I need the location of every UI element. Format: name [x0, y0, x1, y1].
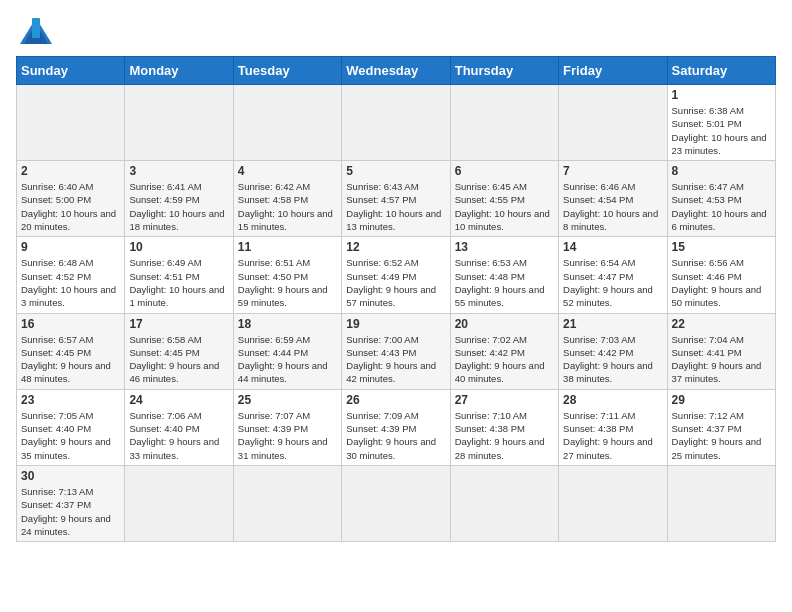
- day-cell: [233, 85, 341, 161]
- day-info: Sunrise: 6:45 AM Sunset: 4:55 PM Dayligh…: [455, 180, 554, 233]
- day-cell: 21Sunrise: 7:03 AM Sunset: 4:42 PM Dayli…: [559, 313, 667, 389]
- logo: [16, 16, 54, 46]
- day-info: Sunrise: 7:04 AM Sunset: 4:41 PM Dayligh…: [672, 333, 771, 386]
- day-info: Sunrise: 7:10 AM Sunset: 4:38 PM Dayligh…: [455, 409, 554, 462]
- day-info: Sunrise: 6:41 AM Sunset: 4:59 PM Dayligh…: [129, 180, 228, 233]
- day-cell: 12Sunrise: 6:52 AM Sunset: 4:49 PM Dayli…: [342, 237, 450, 313]
- day-cell: 26Sunrise: 7:09 AM Sunset: 4:39 PM Dayli…: [342, 389, 450, 465]
- day-info: Sunrise: 7:11 AM Sunset: 4:38 PM Dayligh…: [563, 409, 662, 462]
- day-cell: 19Sunrise: 7:00 AM Sunset: 4:43 PM Dayli…: [342, 313, 450, 389]
- day-number: 1: [672, 88, 771, 102]
- day-cell: 15Sunrise: 6:56 AM Sunset: 4:46 PM Dayli…: [667, 237, 775, 313]
- day-number: 10: [129, 240, 228, 254]
- day-info: Sunrise: 6:49 AM Sunset: 4:51 PM Dayligh…: [129, 256, 228, 309]
- day-cell: 8Sunrise: 6:47 AM Sunset: 4:53 PM Daylig…: [667, 161, 775, 237]
- day-number: 20: [455, 317, 554, 331]
- day-number: 3: [129, 164, 228, 178]
- calendar-table: SundayMondayTuesdayWednesdayThursdayFrid…: [16, 56, 776, 542]
- day-cell: 9Sunrise: 6:48 AM Sunset: 4:52 PM Daylig…: [17, 237, 125, 313]
- day-cell: [450, 85, 558, 161]
- header-cell-saturday: Saturday: [667, 57, 775, 85]
- day-cell: [342, 85, 450, 161]
- week-row-4: 16Sunrise: 6:57 AM Sunset: 4:45 PM Dayli…: [17, 313, 776, 389]
- day-cell: 23Sunrise: 7:05 AM Sunset: 4:40 PM Dayli…: [17, 389, 125, 465]
- day-number: 8: [672, 164, 771, 178]
- week-row-1: 1Sunrise: 6:38 AM Sunset: 5:01 PM Daylig…: [17, 85, 776, 161]
- svg-rect-2: [32, 18, 40, 38]
- day-number: 21: [563, 317, 662, 331]
- day-info: Sunrise: 6:57 AM Sunset: 4:45 PM Dayligh…: [21, 333, 120, 386]
- day-cell: 5Sunrise: 6:43 AM Sunset: 4:57 PM Daylig…: [342, 161, 450, 237]
- day-info: Sunrise: 7:00 AM Sunset: 4:43 PM Dayligh…: [346, 333, 445, 386]
- day-cell: 3Sunrise: 6:41 AM Sunset: 4:59 PM Daylig…: [125, 161, 233, 237]
- day-info: Sunrise: 7:09 AM Sunset: 4:39 PM Dayligh…: [346, 409, 445, 462]
- day-info: Sunrise: 6:56 AM Sunset: 4:46 PM Dayligh…: [672, 256, 771, 309]
- day-number: 7: [563, 164, 662, 178]
- header-row: SundayMondayTuesdayWednesdayThursdayFrid…: [17, 57, 776, 85]
- day-cell: 27Sunrise: 7:10 AM Sunset: 4:38 PM Dayli…: [450, 389, 558, 465]
- day-number: 13: [455, 240, 554, 254]
- day-info: Sunrise: 6:54 AM Sunset: 4:47 PM Dayligh…: [563, 256, 662, 309]
- week-row-2: 2Sunrise: 6:40 AM Sunset: 5:00 PM Daylig…: [17, 161, 776, 237]
- day-info: Sunrise: 7:07 AM Sunset: 4:39 PM Dayligh…: [238, 409, 337, 462]
- day-number: 28: [563, 393, 662, 407]
- day-number: 27: [455, 393, 554, 407]
- day-number: 6: [455, 164, 554, 178]
- header-cell-thursday: Thursday: [450, 57, 558, 85]
- day-info: Sunrise: 6:43 AM Sunset: 4:57 PM Dayligh…: [346, 180, 445, 233]
- day-info: Sunrise: 6:58 AM Sunset: 4:45 PM Dayligh…: [129, 333, 228, 386]
- day-info: Sunrise: 7:02 AM Sunset: 4:42 PM Dayligh…: [455, 333, 554, 386]
- day-cell: 24Sunrise: 7:06 AM Sunset: 4:40 PM Dayli…: [125, 389, 233, 465]
- day-cell: [125, 465, 233, 541]
- day-number: 25: [238, 393, 337, 407]
- day-cell: [342, 465, 450, 541]
- day-info: Sunrise: 6:42 AM Sunset: 4:58 PM Dayligh…: [238, 180, 337, 233]
- day-info: Sunrise: 7:12 AM Sunset: 4:37 PM Dayligh…: [672, 409, 771, 462]
- day-number: 14: [563, 240, 662, 254]
- day-info: Sunrise: 6:40 AM Sunset: 5:00 PM Dayligh…: [21, 180, 120, 233]
- day-info: Sunrise: 7:03 AM Sunset: 4:42 PM Dayligh…: [563, 333, 662, 386]
- day-info: Sunrise: 7:05 AM Sunset: 4:40 PM Dayligh…: [21, 409, 120, 462]
- day-cell: 29Sunrise: 7:12 AM Sunset: 4:37 PM Dayli…: [667, 389, 775, 465]
- day-number: 9: [21, 240, 120, 254]
- calendar-body: 1Sunrise: 6:38 AM Sunset: 5:01 PM Daylig…: [17, 85, 776, 542]
- day-cell: 2Sunrise: 6:40 AM Sunset: 5:00 PM Daylig…: [17, 161, 125, 237]
- day-cell: 1Sunrise: 6:38 AM Sunset: 5:01 PM Daylig…: [667, 85, 775, 161]
- day-cell: 13Sunrise: 6:53 AM Sunset: 4:48 PM Dayli…: [450, 237, 558, 313]
- day-cell: 22Sunrise: 7:04 AM Sunset: 4:41 PM Dayli…: [667, 313, 775, 389]
- day-cell: [17, 85, 125, 161]
- day-info: Sunrise: 6:52 AM Sunset: 4:49 PM Dayligh…: [346, 256, 445, 309]
- day-info: Sunrise: 6:59 AM Sunset: 4:44 PM Dayligh…: [238, 333, 337, 386]
- day-info: Sunrise: 7:13 AM Sunset: 4:37 PM Dayligh…: [21, 485, 120, 538]
- header-cell-monday: Monday: [125, 57, 233, 85]
- day-cell: 16Sunrise: 6:57 AM Sunset: 4:45 PM Dayli…: [17, 313, 125, 389]
- page-header: [16, 16, 776, 46]
- day-number: 18: [238, 317, 337, 331]
- day-info: Sunrise: 6:51 AM Sunset: 4:50 PM Dayligh…: [238, 256, 337, 309]
- day-cell: [233, 465, 341, 541]
- day-number: 16: [21, 317, 120, 331]
- week-row-3: 9Sunrise: 6:48 AM Sunset: 4:52 PM Daylig…: [17, 237, 776, 313]
- day-number: 23: [21, 393, 120, 407]
- day-info: Sunrise: 6:47 AM Sunset: 4:53 PM Dayligh…: [672, 180, 771, 233]
- day-cell: 17Sunrise: 6:58 AM Sunset: 4:45 PM Dayli…: [125, 313, 233, 389]
- day-cell: 6Sunrise: 6:45 AM Sunset: 4:55 PM Daylig…: [450, 161, 558, 237]
- day-cell: 18Sunrise: 6:59 AM Sunset: 4:44 PM Dayli…: [233, 313, 341, 389]
- day-info: Sunrise: 6:53 AM Sunset: 4:48 PM Dayligh…: [455, 256, 554, 309]
- day-number: 15: [672, 240, 771, 254]
- day-number: 4: [238, 164, 337, 178]
- day-number: 11: [238, 240, 337, 254]
- header-cell-friday: Friday: [559, 57, 667, 85]
- day-number: 24: [129, 393, 228, 407]
- day-number: 12: [346, 240, 445, 254]
- day-cell: 30Sunrise: 7:13 AM Sunset: 4:37 PM Dayli…: [17, 465, 125, 541]
- day-number: 30: [21, 469, 120, 483]
- day-cell: [559, 465, 667, 541]
- day-number: 2: [21, 164, 120, 178]
- day-cell: 14Sunrise: 6:54 AM Sunset: 4:47 PM Dayli…: [559, 237, 667, 313]
- day-cell: [667, 465, 775, 541]
- header-cell-tuesday: Tuesday: [233, 57, 341, 85]
- calendar-header: SundayMondayTuesdayWednesdayThursdayFrid…: [17, 57, 776, 85]
- day-cell: 20Sunrise: 7:02 AM Sunset: 4:42 PM Dayli…: [450, 313, 558, 389]
- day-info: Sunrise: 7:06 AM Sunset: 4:40 PM Dayligh…: [129, 409, 228, 462]
